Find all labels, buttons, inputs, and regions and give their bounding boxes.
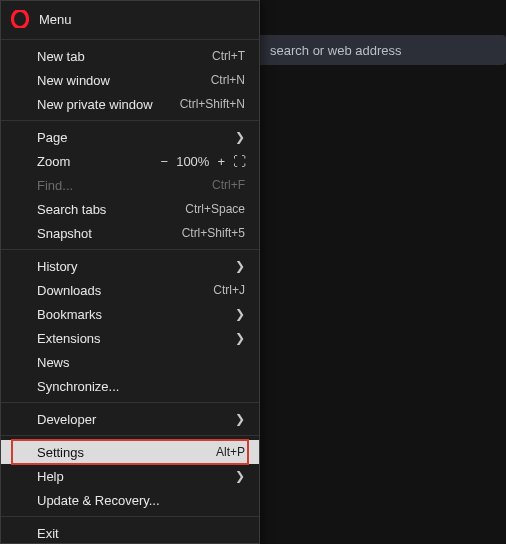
menu-item-shortcut: Ctrl+Shift+N (180, 97, 245, 111)
menu-item-label: Find... (37, 178, 204, 193)
chevron-right-icon: ❯ (235, 130, 245, 144)
menu-item-zoom: Zoom−100%+⛶ (1, 149, 259, 173)
menu-item-label: Downloads (37, 283, 205, 298)
menu-item-new-tab[interactable]: New tabCtrl+T (1, 44, 259, 68)
menu-item-shortcut: Alt+P (216, 445, 245, 459)
menu-item-exit[interactable]: Exit (1, 521, 259, 544)
menu-item-history[interactable]: History❯ (1, 254, 259, 278)
menu-item-find: Find...Ctrl+F (1, 173, 259, 197)
menu-item-label: Exit (37, 526, 245, 541)
menu-item-label: Settings (37, 445, 208, 460)
menu-separator (1, 120, 259, 121)
menu-separator (1, 516, 259, 517)
menu-separator (1, 435, 259, 436)
menu-item-label: Help (37, 469, 229, 484)
zoom-label: Zoom (37, 154, 161, 169)
opera-icon (11, 10, 29, 28)
menu-item-label: New private window (37, 97, 172, 112)
menu-item-label: New window (37, 73, 203, 88)
menu-item-snapshot[interactable]: SnapshotCtrl+Shift+5 (1, 221, 259, 245)
menu-item-label: Developer (37, 412, 229, 427)
chevron-right-icon: ❯ (235, 469, 245, 483)
menu-item-label: Bookmarks (37, 307, 229, 322)
menu-title: Menu (39, 12, 72, 27)
menu-separator (1, 249, 259, 250)
menu-separator (1, 402, 259, 403)
menu-item-shortcut: Ctrl+T (212, 49, 245, 63)
chevron-right-icon: ❯ (235, 331, 245, 345)
menu-item-update-recovery[interactable]: Update & Recovery... (1, 488, 259, 512)
zoom-value: 100% (176, 154, 209, 169)
menu-item-shortcut: Ctrl+N (211, 73, 245, 87)
menu-item-synchronize[interactable]: Synchronize... (1, 374, 259, 398)
menu-item-settings[interactable]: SettingsAlt+P (1, 440, 259, 464)
menu-item-help[interactable]: Help❯ (1, 464, 259, 488)
menu-item-developer[interactable]: Developer❯ (1, 407, 259, 431)
menu-header: Menu (1, 7, 259, 35)
menu-item-label: History (37, 259, 229, 274)
zoom-in-button[interactable]: + (217, 155, 225, 168)
menu-item-label: Search tabs (37, 202, 177, 217)
menu-item-shortcut: Ctrl+J (213, 283, 245, 297)
chevron-right-icon: ❯ (235, 307, 245, 321)
menu-item-extensions[interactable]: Extensions❯ (1, 326, 259, 350)
menu-item-new-private-window[interactable]: New private windowCtrl+Shift+N (1, 92, 259, 116)
chevron-right-icon: ❯ (235, 259, 245, 273)
menu-item-shortcut: Ctrl+F (212, 178, 245, 192)
zoom-out-button[interactable]: − (161, 155, 169, 168)
chevron-right-icon: ❯ (235, 412, 245, 426)
menu-item-page[interactable]: Page❯ (1, 125, 259, 149)
menu-item-label: News (37, 355, 245, 370)
svg-point-0 (12, 10, 27, 27)
fullscreen-icon[interactable]: ⛶ (233, 154, 245, 169)
menu-item-news[interactable]: News (1, 350, 259, 374)
address-bar-placeholder: search or web address (270, 43, 402, 58)
main-menu: Menu New tabCtrl+TNew windowCtrl+NNew pr… (0, 0, 260, 544)
menu-item-search-tabs[interactable]: Search tabsCtrl+Space (1, 197, 259, 221)
menu-item-shortcut: Ctrl+Space (185, 202, 245, 216)
menu-separator (1, 39, 259, 40)
menu-item-shortcut: Ctrl+Shift+5 (182, 226, 245, 240)
menu-item-label: Update & Recovery... (37, 493, 245, 508)
menu-item-label: Snapshot (37, 226, 174, 241)
menu-item-label: Page (37, 130, 229, 145)
menu-item-label: New tab (37, 49, 204, 64)
menu-item-downloads[interactable]: DownloadsCtrl+J (1, 278, 259, 302)
menu-item-new-window[interactable]: New windowCtrl+N (1, 68, 259, 92)
menu-item-label: Extensions (37, 331, 229, 346)
menu-item-bookmarks[interactable]: Bookmarks❯ (1, 302, 259, 326)
menu-item-label: Synchronize... (37, 379, 245, 394)
